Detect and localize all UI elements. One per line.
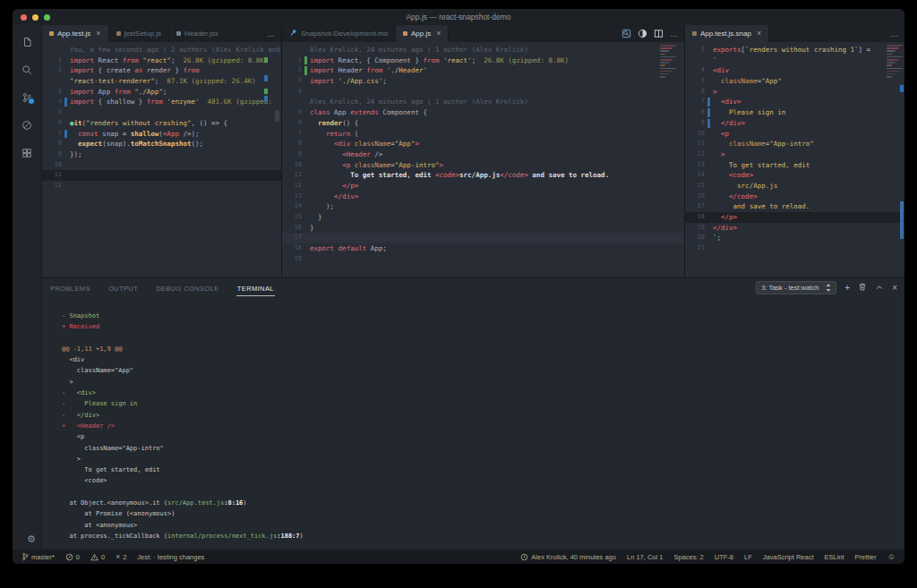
close-tab-icon[interactable]: × [436, 30, 441, 38]
status-prettier-status[interactable]: Prettier [855, 553, 877, 561]
code-line: 19 [282, 254, 684, 265]
code-line: 17 and save to reload. [685, 201, 904, 212]
status-eslint-status[interactable]: ESLint [825, 553, 844, 561]
status-cursor-position[interactable]: Ln 17, Col 1 [627, 553, 663, 561]
status-label: Ln 17, Col 1 [627, 553, 663, 561]
warning-icon [90, 553, 99, 561]
status-indentation[interactable]: Spaces: 2 [673, 553, 703, 561]
status-feedback[interactable]: ☺ [887, 552, 896, 561]
panel-tab-terminal[interactable]: TERMINAL [236, 280, 275, 296]
code-line: 2import Header from './Header' [282, 65, 684, 76]
code-line: 7 const snap = shallow(<App />); [42, 129, 281, 140]
tab-header-jsx[interactable]: Header.jsx [169, 25, 227, 42]
close-window-button[interactable] [21, 14, 27, 21]
code-line: 3import App from "./App"; [42, 87, 281, 98]
terminal-line: - </div> [62, 410, 904, 421]
status-label: 2 [123, 553, 126, 561]
code-line: 14 <code> [685, 170, 904, 181]
split-editor-icon[interactable] [654, 29, 664, 38]
tab-app-test-js[interactable]: App.test.js× [42, 25, 109, 42]
close-tab-icon[interactable]: × [757, 30, 761, 38]
code-line: 3import './App.css'; [282, 76, 684, 87]
code-line: 8 <div className="App"> [282, 139, 684, 149]
gitlens-annotation: Alex Krolick, 24 minutes ago | 1 author … [282, 45, 684, 55]
status-label: JavaScript React [763, 553, 814, 561]
code-line: 7 <div> [685, 97, 904, 107]
code-line: 12 > [685, 149, 904, 160]
code-line: 10 <p className="App-intro"> [282, 160, 684, 171]
tab-app-js[interactable]: App.js× [396, 25, 450, 42]
search-icon[interactable] [21, 64, 33, 76]
terminal-line: + Received [62, 321, 904, 332]
code-editor-snapshot[interactable]: 3exports[`renders without crashing 1`] =… [685, 42, 904, 277]
status-encoding[interactable]: UTF-8 [715, 553, 733, 561]
zoom-window-button[interactable] [44, 14, 50, 21]
titlebar[interactable]: App.js — react-snapshot-demo [13, 9, 904, 25]
code-line: 16} [282, 223, 684, 234]
code-line: 11 To get started, edit <code>src/App.js… [282, 170, 684, 181]
explorer-icon[interactable] [21, 36, 33, 48]
react-file-icon [176, 31, 181, 36]
terminal-line: at Object.<anonymous>.it (src/App.test.j… [62, 498, 904, 508]
overview-ruler-mark [264, 89, 268, 94]
bottom-panel: PROBLEMSOUTPUTDEBUG CONSOLETERMINAL 3: T… [42, 278, 904, 550]
markdown-preview-icon[interactable] [638, 29, 647, 38]
terminal-line: - <div> [62, 388, 904, 398]
tab-label: App.test.js.snap [700, 30, 751, 38]
tab-label: Header.jsx [184, 30, 219, 38]
extensions-icon[interactable] [21, 147, 33, 159]
code-line: 1import React from "react"; 26.8K (gzipp… [42, 55, 281, 66]
close-panel-icon[interactable]: × [892, 284, 897, 293]
overview-ruler-mark [264, 57, 268, 63]
terminal-picker[interactable]: 3: Task - test:watch [756, 281, 836, 294]
code-line: 6 render() { [282, 118, 684, 129]
status-error-count[interactable]: 0 [65, 553, 80, 561]
code-line: 8 expect(snap).toMatchSnapshot(); [42, 139, 281, 149]
code-line: "react-test-renderer"; 87.1K (gzipped: 2… [42, 76, 281, 87]
code-line: 5class App extends Component { [282, 107, 684, 118]
terminal-output[interactable]: - Snapshot+ Received @@ -1,11 +1,9 @@ <d… [42, 297, 904, 550]
status-test-failures[interactable]: ×2 [116, 552, 126, 561]
panel-tab-output[interactable]: OUTPUT [107, 280, 139, 295]
vscode-window: App.js — react-snapshot-demo ⚙ App.test.… [13, 9, 904, 564]
code-editor-app-js[interactable]: Alex Krolick, 24 minutes ago | 1 author … [282, 42, 684, 277]
tab-jestsetup-js[interactable]: jestSetup.js [109, 25, 169, 42]
panel-tab-debug-console[interactable]: DEBUG CONSOLE [155, 280, 220, 295]
open-changes-icon[interactable] [621, 29, 631, 38]
terminal-line: className="App" [62, 365, 904, 376]
overview-ruler-mark [900, 201, 904, 239]
status-language-mode[interactable]: JavaScript React [763, 553, 814, 561]
more-actions-icon[interactable]: … [890, 30, 898, 38]
code-line: 7 return ( [282, 129, 684, 140]
status-git-branch[interactable]: master* [21, 552, 55, 561]
snapshot-file-icon [692, 31, 697, 36]
minimap[interactable] [887, 45, 901, 79]
code-line: 10 <p [685, 129, 904, 140]
status-warning-count[interactable]: 0 [90, 553, 105, 561]
source-control-icon[interactable] [21, 91, 33, 104]
minimap[interactable] [660, 45, 680, 79]
panel-tab-problems[interactable]: PROBLEMS [49, 280, 91, 295]
more-actions-icon[interactable]: … [267, 30, 275, 38]
scm-changes-badge [28, 98, 35, 105]
kill-terminal-icon[interactable] [858, 282, 867, 294]
status-gitlens-blame[interactable]: Alex Krolick, 40 minutes ago [520, 553, 616, 561]
tab-app-test-js-snap[interactable]: App.test.js.snap× [685, 25, 769, 42]
terminal-line: @@ -1,11 +1,9 @@ [62, 344, 904, 354]
status-jest-status[interactable]: Jest: · testing changes [137, 553, 204, 561]
new-terminal-icon[interactable]: + [844, 284, 850, 293]
code-line: 20`; [685, 233, 904, 243]
status-eol[interactable]: LF [744, 553, 752, 561]
close-tab-icon[interactable]: × [96, 30, 100, 38]
window-title: App.js — react-snapshot-demo [13, 13, 904, 21]
maximize-panel-icon[interactable] [875, 283, 884, 294]
code-editor-app-test-js[interactable]: You, a few seconds ago | 2 authors (Alex… [42, 42, 281, 277]
code-line: ` [685, 55, 904, 66]
tab-snapshot-development-md[interactable]: Snapshot-Development.md [282, 25, 396, 42]
debug-icon[interactable] [21, 119, 33, 132]
overview-ruler-mark [900, 85, 904, 92]
minimize-window-button[interactable] [32, 14, 39, 21]
code-line: 3exports[`renders without crashing 1`] = [685, 45, 904, 55]
status-label: master* [31, 553, 55, 561]
more-actions-icon[interactable]: … [670, 30, 678, 38]
